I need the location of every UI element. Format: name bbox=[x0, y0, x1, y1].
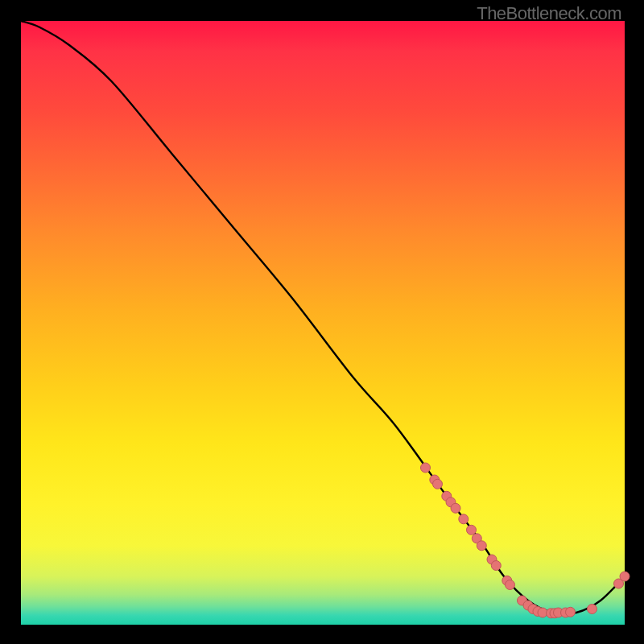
chart-frame: TheBottleneck.com bbox=[0, 0, 644, 644]
data-marker bbox=[421, 463, 431, 473]
bottleneck-curve bbox=[21, 21, 625, 614]
chart-svg bbox=[21, 21, 625, 625]
data-marker bbox=[620, 572, 630, 581]
data-marker bbox=[459, 514, 469, 524]
data-marker bbox=[433, 479, 443, 489]
plot-area bbox=[21, 21, 625, 625]
data-markers bbox=[421, 463, 630, 618]
data-marker bbox=[451, 503, 460, 513]
data-marker bbox=[467, 525, 477, 535]
data-marker bbox=[506, 580, 515, 590]
data-marker bbox=[588, 605, 597, 614]
data-marker bbox=[477, 541, 486, 551]
data-marker bbox=[491, 561, 501, 571]
data-marker bbox=[566, 607, 576, 617]
